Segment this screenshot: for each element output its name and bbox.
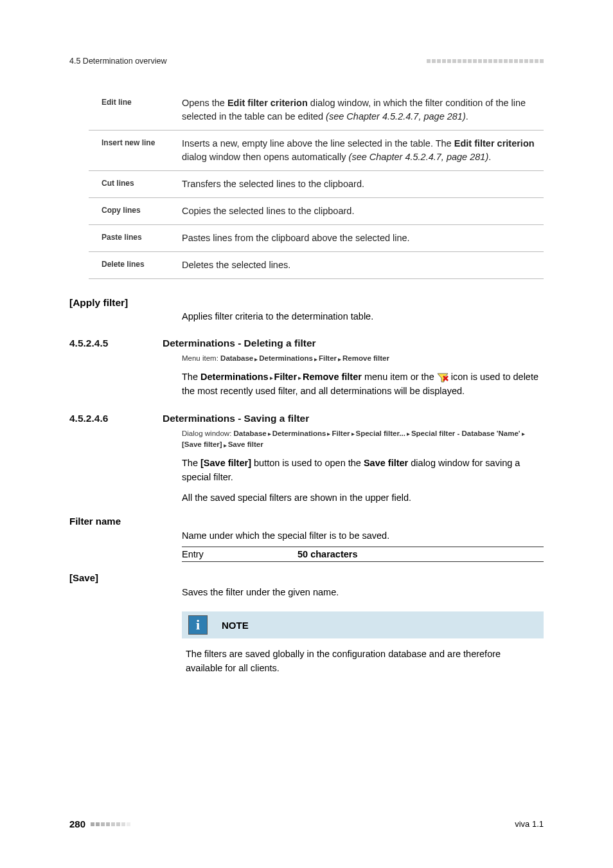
page-footer: 280 viva 1.1 — [69, 818, 544, 829]
menu-path: Menu item: Database▸Determinations▸Filte… — [182, 353, 544, 364]
filter-name-label: Filter name — [69, 516, 544, 527]
header-section-title: 4.5 Determination overview — [69, 57, 166, 66]
footer-decoration — [91, 822, 130, 826]
section-number: 4.5.2.4.5 — [69, 338, 163, 349]
table-row: Cut lines Transfers the selected lines t… — [89, 171, 544, 198]
page-number: 280 — [69, 818, 85, 829]
info-icon: i — [188, 615, 208, 635]
section-number: 4.5.2.4.6 — [69, 413, 163, 424]
row-label: Copy lines — [89, 204, 182, 218]
section-title: Determinations - Deleting a filter — [163, 338, 316, 349]
table-row: Edit line Opens the Edit filter criterio… — [89, 90, 544, 131]
row-label: Cut lines — [89, 177, 182, 191]
note-box: i NOTE The filters are saved globally in… — [182, 611, 544, 680]
row-description: Pastes lines from the clipboard above th… — [182, 231, 544, 245]
section-title: Determinations - Saving a filter — [163, 413, 309, 424]
apply-filter-label: [Apply filter] — [69, 297, 544, 309]
table-row: Delete lines Deletes the selected lines. — [89, 252, 544, 279]
context-menu-description-table: Edit line Opens the Edit filter criterio… — [89, 90, 544, 279]
note-title: NOTE — [222, 620, 249, 631]
footer-right-text: viva 1.1 — [515, 819, 544, 829]
row-label: Paste lines — [89, 231, 182, 245]
table-row: Insert new line Inserts a new, empty lin… — [89, 131, 544, 171]
row-label: Delete lines — [89, 258, 182, 272]
header-decoration — [427, 59, 544, 63]
row-description: Inserts a new, empty line above the line… — [182, 137, 544, 164]
filter-name-body: Name under which the special filter is t… — [182, 529, 544, 543]
section-body: The [Save filter] button is used to open… — [182, 457, 544, 485]
row-label: Insert new line — [89, 137, 182, 164]
entry-constraint-row: Entry 50 characters — [182, 547, 544, 562]
menu-path: Dialog window: Database▸Determinations▸F… — [182, 428, 544, 451]
table-row: Copy lines Copies the selected lines to … — [89, 198, 544, 225]
row-description: Copies the selected lines to the clipboa… — [182, 204, 544, 218]
note-body: The filters are saved globally in the co… — [182, 638, 544, 680]
entry-label: Entry — [182, 549, 298, 559]
page-header: 4.5 Determination overview — [69, 57, 544, 66]
table-row: Paste lines Pastes lines from the clipbo… — [89, 225, 544, 252]
apply-filter-body: Applies filter criteria to the determina… — [182, 310, 544, 323]
section-heading-delete-filter: 4.5.2.4.5 Determinations - Deleting a fi… — [69, 338, 544, 349]
row-description: Opens the Edit filter criterion dialog w… — [182, 96, 544, 123]
remove-filter-icon — [437, 373, 449, 383]
row-description: Transfers the selected lines to the clip… — [182, 177, 544, 191]
entry-value: 50 characters — [298, 549, 358, 559]
section-heading-save-filter: 4.5.2.4.6 Determinations - Saving a filt… — [69, 413, 544, 424]
save-label: [Save] — [69, 572, 544, 583]
note-header: i NOTE — [182, 611, 544, 638]
row-label: Edit line — [89, 96, 182, 123]
row-description: Deletes the selected lines. — [182, 258, 544, 272]
save-body: Saves the filter under the given name. — [182, 586, 544, 600]
section-body: The Determinations▸Filter▸Remove filter … — [182, 370, 544, 399]
section-body: All the saved special filters are shown … — [182, 491, 544, 505]
